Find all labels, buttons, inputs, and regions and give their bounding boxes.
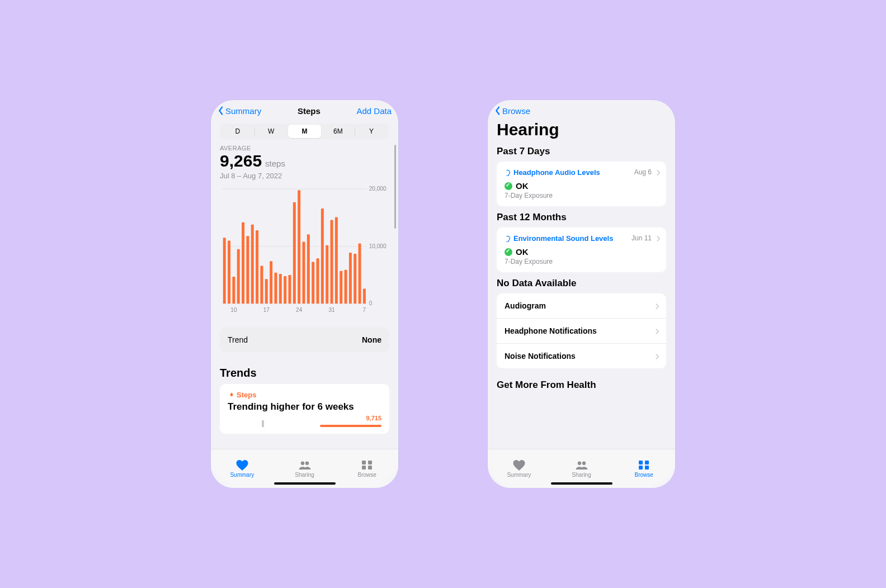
nav-title: Steps [298, 106, 321, 116]
svg-text:24: 24 [296, 307, 303, 313]
time-range-segmented-control: D W M 6M Y [220, 124, 389, 139]
svg-rect-44 [362, 461, 366, 464]
svg-rect-7 [228, 240, 230, 304]
svg-point-42 [300, 462, 304, 465]
heart-icon [235, 459, 249, 471]
seg-d[interactable]: D [221, 125, 255, 138]
seg-m[interactable]: M [288, 125, 322, 138]
svg-point-48 [577, 462, 581, 465]
svg-rect-35 [359, 244, 361, 304]
svg-text:17: 17 [263, 307, 270, 313]
svg-rect-13 [256, 230, 258, 304]
seg-6m[interactable]: 6M [321, 125, 355, 138]
list-item-audiogram[interactable]: Audiogram [497, 293, 666, 319]
steps-bar-chart[interactable]: 010,00020,000101724317 [220, 186, 389, 314]
list-item-headphone-notifications[interactable]: Headphone Notifications [497, 319, 666, 344]
svg-rect-21 [293, 202, 296, 304]
svg-text:31: 31 [328, 307, 335, 313]
svg-rect-16 [270, 261, 272, 304]
svg-rect-31 [340, 271, 342, 304]
svg-rect-46 [362, 466, 366, 470]
date-range: Jul 8 – Aug 7, 2022 [220, 172, 389, 180]
ear-icon [505, 235, 511, 242]
tab-summary[interactable]: Summary [488, 449, 550, 488]
svg-rect-51 [645, 461, 649, 464]
back-button-summary[interactable]: Summary [218, 106, 261, 116]
tab-browse[interactable]: Browse [612, 449, 675, 488]
checkmark-icon [505, 182, 512, 190]
back-button-browse[interactable]: Browse [494, 106, 530, 116]
svg-rect-28 [326, 245, 328, 304]
svg-rect-29 [331, 220, 333, 304]
scrollbar[interactable] [394, 145, 396, 229]
trend-card[interactable]: Steps Trending higher for 6 weeks 9,715 [220, 384, 389, 434]
checkmark-icon [505, 248, 512, 256]
svg-rect-10 [242, 222, 244, 304]
headphone-audio-levels-card[interactable]: Headphone Audio Levels Aug 6 OK 7-Day Ex… [497, 162, 666, 206]
svg-text:10,000: 10,000 [369, 243, 387, 249]
phone-steps: Summary Steps Add Data D W M 6M Y AVERAG… [211, 100, 398, 488]
svg-rect-14 [260, 266, 263, 304]
trend-card-category: Steps [228, 391, 381, 399]
tab-browse[interactable]: Browse [336, 449, 398, 488]
chevron-right-icon [655, 328, 659, 334]
svg-point-43 [305, 462, 308, 465]
svg-rect-52 [639, 466, 643, 470]
svg-rect-25 [312, 262, 314, 304]
svg-rect-18 [279, 274, 282, 304]
card-subtext: 7-Day Exposure [505, 258, 658, 265]
svg-rect-20 [288, 275, 291, 304]
heart-icon [512, 459, 526, 471]
svg-rect-33 [349, 253, 352, 304]
svg-rect-45 [368, 461, 372, 464]
home-indicator[interactable] [551, 482, 612, 485]
environmental-sound-levels-card[interactable]: Environmental Sound Levels Jun 11 OK 7-D… [497, 227, 666, 272]
svg-rect-12 [251, 225, 254, 304]
phone-hearing: Browse Hearing Past 7 Days Headphone Aud… [488, 100, 675, 488]
list-item-noise-notifications[interactable]: Noise Notifications [497, 344, 666, 368]
section-no-data: No Data Available [497, 278, 666, 289]
add-data-button[interactable]: Add Data [356, 106, 392, 116]
seg-y[interactable]: Y [355, 125, 388, 138]
chevron-right-icon [655, 302, 659, 309]
svg-rect-36 [363, 289, 366, 304]
svg-rect-27 [321, 208, 324, 304]
trends-heading: Trends [220, 367, 389, 380]
ear-icon [505, 169, 511, 176]
seg-w[interactable]: W [255, 125, 288, 138]
card-date: Aug 6 [634, 168, 652, 176]
home-indicator[interactable] [274, 482, 336, 485]
chevron-left-icon [218, 106, 224, 116]
svg-rect-23 [302, 242, 305, 304]
grid-icon [637, 459, 651, 471]
flame-icon [228, 392, 234, 399]
back-label: Summary [225, 106, 261, 116]
svg-text:7: 7 [363, 307, 366, 313]
trend-row[interactable]: Trend None [220, 328, 389, 352]
section-past-12: Past 12 Months [497, 212, 666, 223]
trend-card-headline: Trending higher for 6 weeks [228, 401, 381, 412]
svg-point-49 [582, 462, 585, 465]
average-number: 9,265 [220, 151, 262, 170]
average-unit: steps [265, 159, 285, 168]
svg-text:10: 10 [230, 307, 237, 313]
svg-rect-32 [345, 270, 347, 304]
average-value: 9,265 steps [220, 151, 389, 170]
status-ok: OK [505, 247, 658, 257]
page-title-hearing: Hearing [497, 120, 666, 139]
people-icon [298, 459, 312, 471]
svg-rect-50 [639, 461, 643, 464]
svg-rect-53 [645, 466, 649, 470]
card-date: Jun 11 [631, 234, 652, 242]
svg-rect-19 [284, 276, 286, 304]
svg-rect-11 [246, 236, 249, 304]
chevron-right-icon [655, 353, 659, 359]
chevron-right-icon [656, 168, 661, 175]
chevron-left-icon [494, 106, 501, 116]
tab-summary[interactable]: Summary [211, 449, 274, 488]
trend-row-value: None [362, 335, 381, 344]
no-data-list: Audiogram Headphone Notifications Noise … [497, 293, 666, 368]
trend-card-mini-chart: 9,715 [228, 416, 381, 427]
svg-rect-15 [265, 279, 268, 304]
svg-rect-6 [223, 238, 226, 304]
